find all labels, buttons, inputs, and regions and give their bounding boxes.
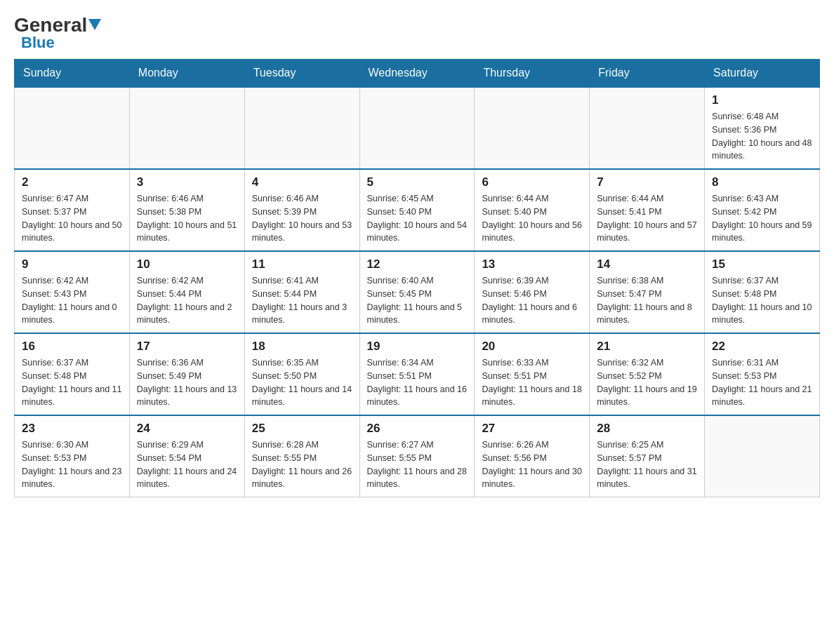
calendar-week-row: 2Sunrise: 6:47 AM Sunset: 5:37 PM Daylig… [15, 169, 820, 251]
logo-blue-text: Blue [21, 34, 55, 52]
calendar-cell: 15Sunrise: 6:37 AM Sunset: 5:48 PM Dayli… [705, 251, 820, 333]
calendar-header-row: SundayMondayTuesdayWednesdayThursdayFrid… [15, 60, 820, 88]
calendar-cell: 8Sunrise: 6:43 AM Sunset: 5:42 PM Daylig… [705, 169, 820, 251]
day-number: 27 [482, 422, 582, 436]
calendar-cell [705, 415, 820, 497]
calendar-cell [359, 87, 475, 169]
day-info: Sunrise: 6:33 AM Sunset: 5:51 PM Dayligh… [482, 356, 582, 409]
col-header-sunday: Sunday [15, 60, 130, 88]
day-info: Sunrise: 6:45 AM Sunset: 5:40 PM Dayligh… [367, 192, 468, 245]
calendar-cell [244, 87, 359, 169]
col-header-thursday: Thursday [475, 60, 590, 88]
day-number: 8 [712, 175, 812, 189]
day-info: Sunrise: 6:30 AM Sunset: 5:53 PM Dayligh… [22, 438, 122, 491]
day-info: Sunrise: 6:28 AM Sunset: 5:55 PM Dayligh… [252, 438, 352, 491]
day-info: Sunrise: 6:37 AM Sunset: 5:48 PM Dayligh… [712, 274, 812, 327]
calendar-cell: 17Sunrise: 6:36 AM Sunset: 5:49 PM Dayli… [129, 333, 244, 415]
day-info: Sunrise: 6:41 AM Sunset: 5:44 PM Dayligh… [252, 274, 352, 327]
day-number: 26 [367, 422, 468, 436]
day-info: Sunrise: 6:35 AM Sunset: 5:50 PM Dayligh… [252, 356, 352, 409]
calendar-cell: 25Sunrise: 6:28 AM Sunset: 5:55 PM Dayli… [244, 415, 359, 497]
day-info: Sunrise: 6:42 AM Sunset: 5:43 PM Dayligh… [22, 274, 122, 327]
day-number: 5 [367, 175, 468, 189]
day-info: Sunrise: 6:29 AM Sunset: 5:54 PM Dayligh… [137, 438, 237, 491]
day-info: Sunrise: 6:44 AM Sunset: 5:40 PM Dayligh… [482, 192, 582, 245]
calendar-cell: 19Sunrise: 6:34 AM Sunset: 5:51 PM Dayli… [359, 333, 475, 415]
calendar-cell: 28Sunrise: 6:25 AM Sunset: 5:57 PM Dayli… [590, 415, 705, 497]
day-number: 7 [597, 175, 697, 189]
day-number: 25 [252, 422, 352, 436]
day-number: 19 [367, 340, 468, 354]
day-number: 12 [367, 257, 468, 271]
calendar-cell: 4Sunrise: 6:46 AM Sunset: 5:39 PM Daylig… [244, 169, 359, 251]
calendar-cell: 27Sunrise: 6:26 AM Sunset: 5:56 PM Dayli… [475, 415, 590, 497]
day-info: Sunrise: 6:38 AM Sunset: 5:47 PM Dayligh… [597, 274, 697, 327]
day-number: 14 [597, 257, 697, 271]
day-info: Sunrise: 6:37 AM Sunset: 5:48 PM Dayligh… [22, 356, 122, 409]
col-header-wednesday: Wednesday [359, 60, 475, 88]
day-number: 20 [482, 340, 582, 354]
col-header-saturday: Saturday [705, 60, 820, 88]
calendar-cell: 10Sunrise: 6:42 AM Sunset: 5:44 PM Dayli… [129, 251, 244, 333]
calendar-week-row: 9Sunrise: 6:42 AM Sunset: 5:43 PM Daylig… [15, 251, 820, 333]
day-number: 9 [22, 257, 122, 271]
calendar-cell: 13Sunrise: 6:39 AM Sunset: 5:46 PM Dayli… [475, 251, 590, 333]
day-number: 4 [252, 175, 352, 189]
col-header-friday: Friday [590, 60, 705, 88]
calendar-cell: 5Sunrise: 6:45 AM Sunset: 5:40 PM Daylig… [359, 169, 475, 251]
calendar-cell: 12Sunrise: 6:40 AM Sunset: 5:45 PM Dayli… [359, 251, 475, 333]
day-number: 13 [482, 257, 582, 271]
calendar-cell [129, 87, 244, 169]
calendar-cell [590, 87, 705, 169]
day-number: 21 [597, 340, 697, 354]
calendar-week-row: 16Sunrise: 6:37 AM Sunset: 5:48 PM Dayli… [15, 333, 820, 415]
calendar-cell: 26Sunrise: 6:27 AM Sunset: 5:55 PM Dayli… [359, 415, 475, 497]
calendar-week-row: 1Sunrise: 6:48 AM Sunset: 5:36 PM Daylig… [15, 87, 820, 169]
day-number: 18 [252, 340, 352, 354]
calendar-cell: 6Sunrise: 6:44 AM Sunset: 5:40 PM Daylig… [475, 169, 590, 251]
calendar-table: SundayMondayTuesdayWednesdayThursdayFrid… [14, 59, 820, 497]
calendar-cell: 18Sunrise: 6:35 AM Sunset: 5:50 PM Dayli… [244, 333, 359, 415]
day-info: Sunrise: 6:27 AM Sunset: 5:55 PM Dayligh… [367, 438, 468, 491]
day-info: Sunrise: 6:25 AM Sunset: 5:57 PM Dayligh… [597, 438, 697, 491]
day-number: 16 [22, 340, 122, 354]
day-info: Sunrise: 6:40 AM Sunset: 5:45 PM Dayligh… [367, 274, 468, 327]
calendar-cell: 2Sunrise: 6:47 AM Sunset: 5:37 PM Daylig… [15, 169, 130, 251]
calendar-cell: 22Sunrise: 6:31 AM Sunset: 5:53 PM Dayli… [705, 333, 820, 415]
day-number: 22 [712, 340, 812, 354]
calendar-cell: 23Sunrise: 6:30 AM Sunset: 5:53 PM Dayli… [15, 415, 130, 497]
day-number: 23 [22, 422, 122, 436]
day-info: Sunrise: 6:46 AM Sunset: 5:38 PM Dayligh… [137, 192, 237, 245]
day-info: Sunrise: 6:48 AM Sunset: 5:36 PM Dayligh… [712, 110, 812, 163]
day-info: Sunrise: 6:36 AM Sunset: 5:49 PM Dayligh… [137, 356, 237, 409]
day-info: Sunrise: 6:44 AM Sunset: 5:41 PM Dayligh… [597, 192, 697, 245]
day-info: Sunrise: 6:43 AM Sunset: 5:42 PM Dayligh… [712, 192, 812, 245]
day-number: 17 [137, 340, 237, 354]
calendar-cell: 24Sunrise: 6:29 AM Sunset: 5:54 PM Dayli… [129, 415, 244, 497]
day-number: 15 [712, 257, 812, 271]
day-number: 2 [22, 175, 122, 189]
calendar-cell [475, 87, 590, 169]
day-number: 1 [712, 93, 812, 107]
calendar-cell: 3Sunrise: 6:46 AM Sunset: 5:38 PM Daylig… [129, 169, 244, 251]
calendar-cell: 21Sunrise: 6:32 AM Sunset: 5:52 PM Dayli… [590, 333, 705, 415]
day-info: Sunrise: 6:31 AM Sunset: 5:53 PM Dayligh… [712, 356, 812, 409]
calendar-week-row: 23Sunrise: 6:30 AM Sunset: 5:53 PM Dayli… [15, 415, 820, 497]
day-info: Sunrise: 6:26 AM Sunset: 5:56 PM Dayligh… [482, 438, 582, 491]
svg-marker-0 [88, 19, 101, 30]
day-number: 3 [137, 175, 237, 189]
day-info: Sunrise: 6:42 AM Sunset: 5:44 PM Dayligh… [137, 274, 237, 327]
day-number: 28 [597, 422, 697, 436]
day-number: 6 [482, 175, 582, 189]
day-number: 11 [252, 257, 352, 271]
day-info: Sunrise: 6:47 AM Sunset: 5:37 PM Dayligh… [22, 192, 122, 245]
calendar-cell: 14Sunrise: 6:38 AM Sunset: 5:47 PM Dayli… [590, 251, 705, 333]
calendar-cell: 16Sunrise: 6:37 AM Sunset: 5:48 PM Dayli… [15, 333, 130, 415]
col-header-tuesday: Tuesday [244, 60, 359, 88]
logo: General Blue [14, 14, 101, 52]
day-info: Sunrise: 6:39 AM Sunset: 5:46 PM Dayligh… [482, 274, 582, 327]
day-number: 10 [137, 257, 237, 271]
calendar-cell: 9Sunrise: 6:42 AM Sunset: 5:43 PM Daylig… [15, 251, 130, 333]
calendar-cell: 1Sunrise: 6:48 AM Sunset: 5:36 PM Daylig… [705, 87, 820, 169]
calendar-cell: 7Sunrise: 6:44 AM Sunset: 5:41 PM Daylig… [590, 169, 705, 251]
